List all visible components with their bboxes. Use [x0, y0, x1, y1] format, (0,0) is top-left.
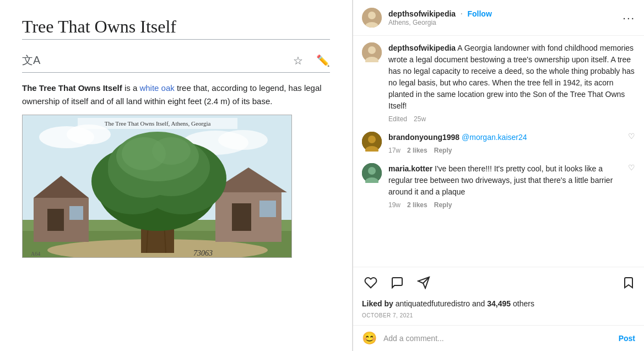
- profile-avatar[interactable]: [362, 8, 382, 28]
- share-button[interactable]: [415, 274, 432, 295]
- svg-point-42: [368, 167, 376, 175]
- profile-info: depthsofwikipedia · Follow Athens, Georg…: [388, 9, 616, 26]
- liked-by-user[interactable]: antiquatedfuturedistro: [396, 299, 470, 308]
- comment-2-reply-button[interactable]: Reply: [434, 201, 452, 209]
- post-location: Athens, Georgia: [388, 19, 616, 26]
- bookmark-button[interactable]: [622, 276, 635, 293]
- post-comment-button[interactable]: Post: [619, 334, 635, 343]
- star-icon[interactable]: ☆: [293, 54, 303, 67]
- edited-label: Edited: [388, 115, 407, 123]
- follow-button[interactable]: Follow: [467, 9, 491, 18]
- comment-1: brandonyoung1998 @morgan.kaiser24 17w 2 …: [362, 132, 635, 154]
- emoji-button[interactable]: 😊: [362, 331, 377, 345]
- comment-2-username[interactable]: maria.kotter: [388, 164, 432, 173]
- comment-1-avatar[interactable]: [362, 132, 382, 152]
- main-comment-avatar[interactable]: [362, 42, 382, 62]
- comment-1-content: brandonyoung1998 @morgan.kaiser24 17w 2 …: [388, 132, 621, 154]
- comment-1-username[interactable]: brandonyoung1998: [388, 133, 459, 142]
- main-comment: depthsofwikipedia A Georgia landowner wi…: [362, 42, 635, 123]
- main-comment-username[interactable]: depthsofwikipedia: [388, 44, 456, 52]
- wiki-body: The Tree That Owns Itself is a white oak…: [22, 82, 330, 258]
- comment-2-avatar[interactable]: [362, 163, 382, 183]
- action-buttons-row: [362, 272, 635, 297]
- comment-2-content: maria.kotter I've been there!!! It's pre…: [388, 163, 621, 209]
- svg-point-4: [218, 130, 268, 150]
- comment-1-time: 17w: [388, 147, 401, 154]
- svg-point-33: [368, 12, 376, 19]
- comment-2-time: 19w: [388, 201, 401, 209]
- main-comment-content: depthsofwikipedia A Georgia landowner wi…: [388, 42, 635, 123]
- svg-point-39: [368, 136, 376, 143]
- comment-1-like-icon[interactable]: ♡: [628, 132, 635, 141]
- comment-2-like-icon[interactable]: ♡: [628, 163, 635, 172]
- main-comment-meta: Edited 25w: [388, 115, 635, 123]
- svg-rect-11: [69, 206, 83, 220]
- svg-point-36: [368, 46, 376, 54]
- wiki-toolbar: 文A ☆ ✏️: [22, 48, 330, 73]
- main-comment-time: 25w: [414, 115, 426, 123]
- main-comment-body: A Georgia landowner with fond childhood …: [388, 44, 635, 110]
- wiki-title: Tree That Owns Itself: [22, 17, 330, 40]
- svg-text:The Tree That Owns Itself, Ath: The Tree That Owns Itself, Athens, Georg…: [105, 120, 211, 127]
- comment-1-text: brandonyoung1998 @morgan.kaiser24: [388, 132, 621, 143]
- likes-count: Liked by antiquatedfuturedistro and 34,4…: [362, 297, 635, 310]
- comment-1-meta: 17w 2 likes Reply: [388, 147, 621, 154]
- wikipedia-panel: Tree That Owns Itself 文A ☆ ✏️ The Tree T…: [0, 0, 353, 351]
- svg-rect-15: [259, 201, 276, 217]
- comment-2-meta: 19w 2 likes Reply: [388, 201, 621, 209]
- translate-icon[interactable]: 文A: [22, 53, 40, 68]
- svg-point-27: [152, 137, 191, 165]
- likes-suffix: others: [511, 299, 534, 308]
- comment-1-likes: 2 likes: [407, 147, 427, 154]
- likes-number: 34,495: [487, 299, 511, 308]
- wiki-article-image: The Tree That Owns Itself, Athens, Georg…: [22, 115, 292, 258]
- comment-2-likes: 2 likes: [407, 201, 427, 209]
- more-options-button[interactable]: ···: [623, 12, 635, 24]
- comment-1-reply-button[interactable]: Reply: [434, 147, 452, 154]
- article-bold-title: The Tree That Owns Itself: [22, 83, 122, 93]
- svg-rect-10: [47, 209, 64, 231]
- svg-text:73063: 73063: [193, 249, 213, 257]
- action-bar: Liked by antiquatedfuturedistro and 34,4…: [353, 267, 644, 325]
- add-comment-bar: 😊 Post: [353, 325, 644, 351]
- comment-input-field[interactable]: [383, 334, 612, 343]
- main-comment-text: depthsofwikipedia A Georgia landowner wi…: [388, 42, 635, 112]
- header-username-line: depthsofwikipedia · Follow: [388, 9, 616, 19]
- comment-2: maria.kotter I've been there!!! It's pre…: [362, 163, 635, 209]
- svg-rect-14: [232, 203, 251, 231]
- comment-1-mention[interactable]: @morgan.kaiser24: [462, 133, 527, 142]
- post-date: OCTOBER 7, 2021: [362, 310, 635, 323]
- instagram-panel: depthsofwikipedia · Follow Athens, Georg…: [353, 0, 644, 351]
- comments-section: depthsofwikipedia A Georgia landowner wi…: [353, 36, 644, 267]
- post-header: depthsofwikipedia · Follow Athens, Georg…: [353, 0, 644, 36]
- white-oak-link[interactable]: white oak: [139, 83, 174, 93]
- comment-button[interactable]: [388, 274, 406, 295]
- like-button[interactable]: [362, 274, 380, 295]
- comment-2-text: maria.kotter I've been there!!! It's pre…: [388, 163, 621, 198]
- header-username[interactable]: depthsofwikipedia: [388, 9, 456, 18]
- svg-text:A64: A64: [31, 251, 40, 257]
- likes-connector: and: [470, 299, 487, 308]
- edit-icon[interactable]: ✏️: [316, 54, 330, 67]
